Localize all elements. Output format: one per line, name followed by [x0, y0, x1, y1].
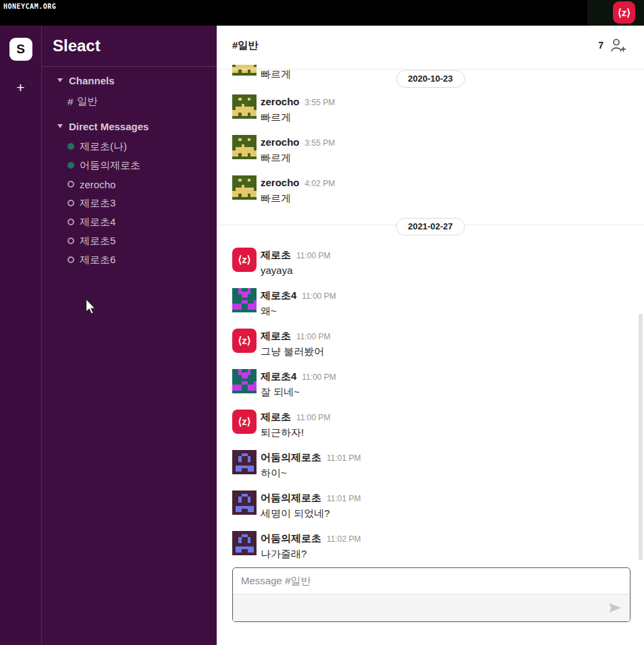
avatar-pixel-teal[interactable] — [232, 369, 257, 393]
paper-plane-icon — [608, 602, 622, 613]
date-divider-button[interactable]: 2020-10-23 — [396, 70, 465, 88]
chat-message: 제로초411:00 PM왜~ — [232, 288, 617, 317]
message-author[interactable]: zerocho — [261, 177, 300, 188]
avatar-pixel-green[interactable] — [232, 135, 257, 159]
message-time: 3:55 PM — [305, 98, 336, 107]
logo-glyph: ⟨z⟩ — [618, 7, 630, 19]
offline-status-icon — [68, 200, 74, 206]
chat-scrollbar-thumb[interactable] — [639, 314, 643, 560]
dm-item[interactable]: 제로초6 — [42, 250, 217, 269]
online-status-icon — [68, 143, 74, 150]
message-text: 나가줄래? — [261, 548, 360, 560]
avatar-pixel-maroon[interactable] — [232, 490, 257, 515]
send-button[interactable] — [608, 602, 622, 613]
message-text: yayaya — [261, 264, 330, 277]
channel-item[interactable]: #일반 — [42, 91, 217, 111]
dm-item[interactable]: 제로초(나) — [42, 137, 217, 156]
avatar-pixel-green[interactable] — [232, 175, 257, 200]
message-input[interactable]: Message #일반 — [233, 568, 630, 594]
date-divider-button[interactable]: 2021-02-27 — [396, 218, 465, 235]
avatar-zerocho-logo[interactable]: ⟨z⟩ — [232, 248, 257, 272]
dm-item[interactable]: 제로초5 — [42, 231, 217, 250]
message-time: 3:55 PM — [305, 138, 336, 148]
message-author[interactable]: 제로초 — [261, 330, 291, 341]
chat-message: 어둠의제로초11:02 PM나가줄래? — [232, 531, 617, 560]
dm-item[interactable]: 어둠의제로초 — [42, 156, 217, 175]
workspace-name-menu[interactable]: Sleact — [42, 26, 217, 67]
channel-name: 일반 — [77, 95, 97, 108]
avatar-pixel-maroon[interactable] — [232, 450, 257, 474]
chat-message: 어둠의제로초11:01 PM세명이 되었네? — [232, 490, 617, 520]
message-author[interactable]: 제로초 — [261, 411, 291, 422]
main-pane: #일반 7 zerocho3:55 PM빠르게2020-10-23zerocho… — [217, 26, 644, 645]
message-time: 11:00 PM — [302, 291, 336, 301]
avatar-pixel-green[interactable] — [232, 94, 257, 119]
message-text: 빠르게 — [261, 152, 335, 164]
message-author[interactable]: 제로초4 — [261, 289, 296, 301]
dm-user-name: 제로초5 — [80, 235, 115, 248]
chat-message: 제로초411:00 PM잘 되네~ — [232, 369, 617, 398]
dm-user-name: zerocho — [80, 179, 115, 190]
message-author[interactable]: 어둠의제로초 — [261, 532, 321, 544]
message-author[interactable]: zerocho — [261, 96, 300, 107]
workspace-sidebar: S + — [0, 26, 42, 645]
online-status-icon — [68, 162, 74, 169]
dm-item[interactable]: zerocho — [42, 175, 217, 194]
chat-message: 어둠의제로초11:01 PM하이~ — [232, 450, 617, 479]
member-count: 7 — [598, 40, 603, 51]
chat-message: ⟨z⟩제로초11:00 PMyayaya — [232, 248, 617, 277]
topbar: HONEYCAM.ORG ⟨z⟩ — [0, 0, 644, 26]
avatar-zerocho-logo[interactable]: ⟨z⟩ — [232, 329, 257, 353]
message-author[interactable]: zerocho — [261, 136, 300, 148]
message-text: 그냥 불러봤어 — [261, 345, 330, 358]
zerocho-logo-icon: ⟨z⟩ — [613, 1, 635, 24]
section-label: Channels — [69, 75, 115, 86]
message-author[interactable]: 어둠의제로초 — [261, 492, 321, 503]
dm-user-name: 제로초6 — [80, 254, 115, 267]
message-author[interactable]: 제로초4 — [261, 370, 296, 382]
chat-message: ⟨z⟩제로초11:00 PM퇴근하자! — [232, 410, 617, 439]
caret-down-icon — [57, 78, 63, 82]
avatar-pixel-maroon[interactable] — [232, 531, 257, 555]
message-time: 4:02 PM — [305, 179, 336, 188]
offline-status-icon — [68, 237, 74, 244]
message-time: 11:00 PM — [296, 251, 330, 260]
watermark-text: HONEYCAM.ORG — [3, 3, 56, 10]
channel-title: #일반 — [232, 39, 258, 52]
message-text: 하이~ — [261, 467, 360, 479]
message-list: zerocho3:55 PM빠르게2020-10-23zerocho3:55 P… — [217, 65, 644, 567]
app-frame: S + Sleact Channels#일반Direct Messages제로초… — [0, 26, 644, 645]
hash-icon: # — [68, 96, 73, 107]
message-time: 11:01 PM — [327, 453, 360, 463]
caret-down-icon — [57, 124, 63, 128]
message-text: 빠르게 — [261, 111, 335, 123]
avatar-pixel-teal[interactable] — [232, 288, 257, 312]
dm-user-name: 어둠의제로초 — [80, 159, 140, 172]
message-time: 11:00 PM — [296, 413, 330, 422]
dm-item[interactable]: 제로초3 — [42, 194, 217, 213]
date-divider-line — [217, 69, 644, 69]
avatar-zerocho-logo[interactable]: ⟨z⟩ — [232, 410, 257, 434]
dm-user-name: 제로초4 — [80, 216, 115, 229]
invite-user-button[interactable] — [610, 38, 626, 53]
message-author[interactable]: 어둠의제로초 — [261, 451, 321, 463]
sidebar-section-channels[interactable]: Channels — [42, 69, 217, 91]
avatar-pixel-green[interactable] — [232, 65, 257, 76]
channel-header: #일반 7 — [217, 26, 644, 65]
message-text: 빠르게 — [261, 68, 335, 80]
message-text: 빠르게 — [261, 192, 335, 204]
message-time: 11:00 PM — [302, 372, 336, 382]
message-text: 퇴근하자! — [261, 426, 330, 439]
person-plus-icon — [610, 38, 626, 53]
offline-status-icon — [68, 181, 74, 188]
dm-user-name: 제로초(나) — [80, 140, 127, 153]
chat-message: ⟨z⟩제로초11:00 PM그냥 불러봤어 — [232, 329, 617, 358]
dm-item[interactable]: 제로초4 — [42, 213, 217, 231]
message-text: 왜~ — [261, 305, 336, 317]
message-author[interactable]: 제로초 — [261, 249, 291, 260]
add-workspace-button[interactable]: + — [16, 81, 24, 94]
composer-toolbar — [233, 594, 630, 621]
dm-user-name: 제로초3 — [80, 197, 115, 210]
sidebar-section-dm[interactable]: Direct Messages — [42, 115, 217, 137]
workspace-button[interactable]: S — [9, 38, 32, 61]
